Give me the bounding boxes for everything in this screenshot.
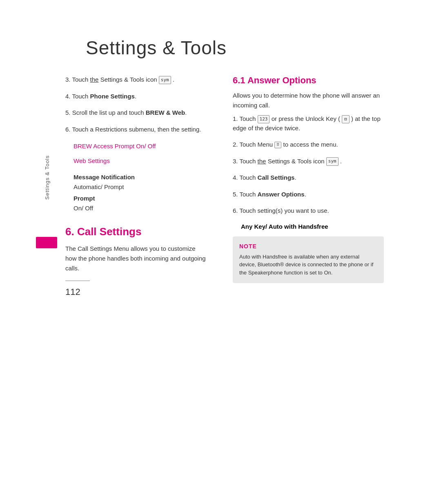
page-number: 112 bbox=[65, 287, 208, 297]
list-item-3: 3. Touch the Settings & Tools icon sym . bbox=[65, 75, 208, 85]
sym-icon-2: sym bbox=[326, 157, 339, 166]
message-notification-sub: Automatic/ Prompt bbox=[74, 182, 208, 192]
right-item-3-text: 3. Touch the Settings & Tools icon sym . bbox=[233, 158, 342, 165]
note-text: Auto with Handsfree is available when an… bbox=[239, 253, 377, 277]
brew-access-item: BREW Access Prompt On/ Off bbox=[74, 141, 208, 151]
right-item-5-text: 5. Touch Answer Options. bbox=[233, 191, 306, 198]
sym-icon-1: sym bbox=[159, 76, 171, 85]
menu-grid-icon: ⠿ bbox=[274, 142, 281, 148]
unlock-key-icon: ⊟ bbox=[342, 115, 350, 124]
right-item-2-text: 2. Touch Menu ⠿ to access the menu. bbox=[233, 141, 338, 148]
right-item-1-text: 1. Touch 123 or press the Unlock Key ( ⊟… bbox=[233, 115, 381, 132]
left-column: 3. Touch the Settings & Tools icon sym .… bbox=[65, 75, 225, 297]
right-item-4-text: 4. Touch Call Settings. bbox=[233, 174, 296, 181]
web-settings-item: Web Settings bbox=[74, 156, 208, 166]
message-notification-item: Message Notification Automatic/ Prompt bbox=[74, 172, 208, 192]
right-column: 6.1 Answer Options Allows you to determi… bbox=[225, 75, 384, 297]
right-item-5-bold: Answer Options bbox=[258, 191, 305, 198]
page-container: Settings & Tools Settings & Tools 3. Tou… bbox=[0, 0, 441, 504]
item-3-underline: the bbox=[90, 76, 99, 83]
right-list-item-1: 1. Touch 123 or press the Unlock Key ( ⊟… bbox=[233, 114, 384, 133]
item-4-text: 4. Touch Phone Settings. bbox=[65, 93, 136, 100]
right-list-item-4: 4. Touch Call Settings. bbox=[233, 173, 384, 183]
right-list-item-2: 2. Touch Menu ⠿ to access the menu. bbox=[233, 140, 384, 149]
list-item-5: 5. Scroll the list up and touch BREW & W… bbox=[65, 108, 208, 118]
prompt-label: Prompt bbox=[74, 194, 208, 203]
right-list-item-5: 5. Touch Answer Options. bbox=[233, 190, 384, 199]
list-item-4: 4. Touch Phone Settings. bbox=[65, 92, 208, 101]
list-item-6: 6. Touch a Restrictions submenu, then th… bbox=[65, 125, 208, 134]
prompt-item: Prompt On/ Off bbox=[74, 194, 208, 213]
section-6-desc: The Call Settings Menu allows you to cus… bbox=[65, 244, 208, 273]
prompt-sub: On/ Off bbox=[74, 203, 208, 213]
section-61-heading: 6.1 Answer Options bbox=[233, 75, 384, 86]
content-wrapper: 3. Touch the Settings & Tools icon sym .… bbox=[65, 75, 441, 297]
item-6-text: 6. Touch a Restrictions submenu, then th… bbox=[65, 126, 201, 133]
section-61-desc: Allows you to determine how the phone wi… bbox=[233, 91, 384, 110]
right-item-3-underline: the bbox=[258, 158, 266, 165]
sidebar-label: Settings & Tools bbox=[44, 155, 50, 200]
message-notification-label: Message Notification bbox=[74, 172, 208, 182]
divider bbox=[65, 281, 90, 281]
note-label: NOTE bbox=[239, 243, 377, 250]
item-5-bold: BREW & Web bbox=[146, 109, 185, 116]
item-5-text: 5. Scroll the list up and touch BREW & W… bbox=[65, 109, 187, 116]
section-6-heading: 6. Call Settings bbox=[65, 225, 208, 238]
page-title: Settings & Tools bbox=[86, 37, 441, 59]
right-list-item-6: 6. Touch setting(s) you want to use. bbox=[233, 206, 384, 216]
accent-bar bbox=[36, 237, 57, 248]
web-settings-text: Web Settings bbox=[74, 157, 110, 164]
right-item-4-bold: Call Settings bbox=[258, 174, 295, 181]
brew-access-text: BREW Access Prompt On/ Off bbox=[74, 143, 156, 149]
any-key-line: Any Key/ Auto with Handsfree bbox=[241, 223, 384, 230]
note-box: NOTE Auto with Handsfree is available wh… bbox=[233, 236, 384, 283]
item-4-bold: Phone Settings bbox=[90, 93, 135, 100]
right-list-item-3: 3. Touch the Settings & Tools icon sym . bbox=[233, 157, 384, 166]
right-item-6-text: 6. Touch setting(s) you want to use. bbox=[233, 207, 329, 214]
item-3-number: 3. Touch the Settings & Tools icon sym . bbox=[65, 76, 174, 83]
num-123-icon: 123 bbox=[258, 115, 270, 124]
